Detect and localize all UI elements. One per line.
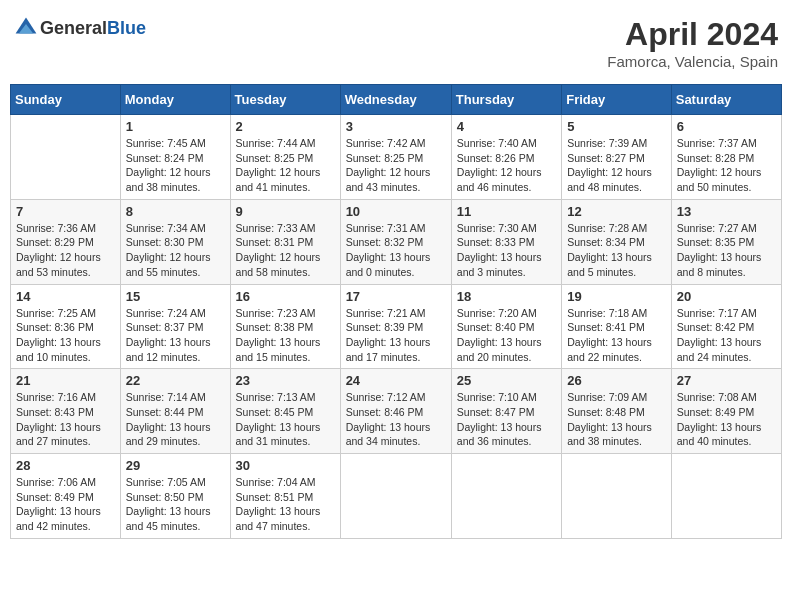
calendar-cell [451, 454, 561, 539]
day-header-row: SundayMondayTuesdayWednesdayThursdayFrid… [11, 85, 782, 115]
day-number: 25 [457, 373, 556, 388]
calendar-cell: 22Sunrise: 7:14 AM Sunset: 8:44 PM Dayli… [120, 369, 230, 454]
calendar-cell: 14Sunrise: 7:25 AM Sunset: 8:36 PM Dayli… [11, 284, 121, 369]
calendar-cell: 8Sunrise: 7:34 AM Sunset: 8:30 PM Daylig… [120, 199, 230, 284]
day-number: 6 [677, 119, 776, 134]
header-friday: Friday [562, 85, 672, 115]
calendar-cell: 29Sunrise: 7:05 AM Sunset: 8:50 PM Dayli… [120, 454, 230, 539]
logo-icon [14, 16, 38, 40]
day-number: 5 [567, 119, 666, 134]
day-info: Sunrise: 7:16 AM Sunset: 8:43 PM Dayligh… [16, 390, 115, 449]
day-info: Sunrise: 7:18 AM Sunset: 8:41 PM Dayligh… [567, 306, 666, 365]
logo: GeneralBlue [14, 16, 146, 40]
day-info: Sunrise: 7:37 AM Sunset: 8:28 PM Dayligh… [677, 136, 776, 195]
day-number: 1 [126, 119, 225, 134]
calendar-cell [671, 454, 781, 539]
calendar-cell: 12Sunrise: 7:28 AM Sunset: 8:34 PM Dayli… [562, 199, 672, 284]
header-saturday: Saturday [671, 85, 781, 115]
calendar-cell: 4Sunrise: 7:40 AM Sunset: 8:26 PM Daylig… [451, 115, 561, 200]
calendar-cell: 1Sunrise: 7:45 AM Sunset: 8:24 PM Daylig… [120, 115, 230, 200]
calendar-cell: 25Sunrise: 7:10 AM Sunset: 8:47 PM Dayli… [451, 369, 561, 454]
day-number: 27 [677, 373, 776, 388]
calendar-cell: 13Sunrise: 7:27 AM Sunset: 8:35 PM Dayli… [671, 199, 781, 284]
week-row-5: 28Sunrise: 7:06 AM Sunset: 8:49 PM Dayli… [11, 454, 782, 539]
calendar-cell [562, 454, 672, 539]
calendar-cell: 9Sunrise: 7:33 AM Sunset: 8:31 PM Daylig… [230, 199, 340, 284]
day-info: Sunrise: 7:27 AM Sunset: 8:35 PM Dayligh… [677, 221, 776, 280]
week-row-1: 1Sunrise: 7:45 AM Sunset: 8:24 PM Daylig… [11, 115, 782, 200]
day-info: Sunrise: 7:12 AM Sunset: 8:46 PM Dayligh… [346, 390, 446, 449]
week-row-2: 7Sunrise: 7:36 AM Sunset: 8:29 PM Daylig… [11, 199, 782, 284]
day-number: 16 [236, 289, 335, 304]
calendar-cell: 15Sunrise: 7:24 AM Sunset: 8:37 PM Dayli… [120, 284, 230, 369]
day-info: Sunrise: 7:31 AM Sunset: 8:32 PM Dayligh… [346, 221, 446, 280]
day-info: Sunrise: 7:06 AM Sunset: 8:49 PM Dayligh… [16, 475, 115, 534]
calendar-cell: 16Sunrise: 7:23 AM Sunset: 8:38 PM Dayli… [230, 284, 340, 369]
calendar-cell: 20Sunrise: 7:17 AM Sunset: 8:42 PM Dayli… [671, 284, 781, 369]
calendar-cell: 18Sunrise: 7:20 AM Sunset: 8:40 PM Dayli… [451, 284, 561, 369]
calendar-title: April 2024 [607, 16, 778, 53]
day-info: Sunrise: 7:05 AM Sunset: 8:50 PM Dayligh… [126, 475, 225, 534]
day-number: 9 [236, 204, 335, 219]
day-info: Sunrise: 7:28 AM Sunset: 8:34 PM Dayligh… [567, 221, 666, 280]
day-number: 18 [457, 289, 556, 304]
day-number: 23 [236, 373, 335, 388]
calendar-cell: 11Sunrise: 7:30 AM Sunset: 8:33 PM Dayli… [451, 199, 561, 284]
calendar-cell: 23Sunrise: 7:13 AM Sunset: 8:45 PM Dayli… [230, 369, 340, 454]
day-info: Sunrise: 7:08 AM Sunset: 8:49 PM Dayligh… [677, 390, 776, 449]
day-info: Sunrise: 7:20 AM Sunset: 8:40 PM Dayligh… [457, 306, 556, 365]
calendar-cell: 2Sunrise: 7:44 AM Sunset: 8:25 PM Daylig… [230, 115, 340, 200]
week-row-3: 14Sunrise: 7:25 AM Sunset: 8:36 PM Dayli… [11, 284, 782, 369]
calendar-cell: 3Sunrise: 7:42 AM Sunset: 8:25 PM Daylig… [340, 115, 451, 200]
header-monday: Monday [120, 85, 230, 115]
calendar-cell: 17Sunrise: 7:21 AM Sunset: 8:39 PM Dayli… [340, 284, 451, 369]
day-info: Sunrise: 7:13 AM Sunset: 8:45 PM Dayligh… [236, 390, 335, 449]
day-info: Sunrise: 7:44 AM Sunset: 8:25 PM Dayligh… [236, 136, 335, 195]
day-info: Sunrise: 7:24 AM Sunset: 8:37 PM Dayligh… [126, 306, 225, 365]
day-info: Sunrise: 7:14 AM Sunset: 8:44 PM Dayligh… [126, 390, 225, 449]
day-info: Sunrise: 7:21 AM Sunset: 8:39 PM Dayligh… [346, 306, 446, 365]
calendar-cell: 21Sunrise: 7:16 AM Sunset: 8:43 PM Dayli… [11, 369, 121, 454]
calendar-cell: 24Sunrise: 7:12 AM Sunset: 8:46 PM Dayli… [340, 369, 451, 454]
day-number: 7 [16, 204, 115, 219]
day-info: Sunrise: 7:34 AM Sunset: 8:30 PM Dayligh… [126, 221, 225, 280]
day-number: 26 [567, 373, 666, 388]
day-number: 14 [16, 289, 115, 304]
logo-blue: Blue [107, 18, 146, 38]
location-subtitle: Famorca, Valencia, Spain [607, 53, 778, 70]
calendar-table: SundayMondayTuesdayWednesdayThursdayFrid… [10, 84, 782, 539]
calendar-cell: 28Sunrise: 7:06 AM Sunset: 8:49 PM Dayli… [11, 454, 121, 539]
day-number: 20 [677, 289, 776, 304]
day-number: 19 [567, 289, 666, 304]
header-sunday: Sunday [11, 85, 121, 115]
day-info: Sunrise: 7:17 AM Sunset: 8:42 PM Dayligh… [677, 306, 776, 365]
calendar-cell: 19Sunrise: 7:18 AM Sunset: 8:41 PM Dayli… [562, 284, 672, 369]
day-info: Sunrise: 7:36 AM Sunset: 8:29 PM Dayligh… [16, 221, 115, 280]
logo-text: GeneralBlue [40, 18, 146, 39]
header-thursday: Thursday [451, 85, 561, 115]
day-info: Sunrise: 7:10 AM Sunset: 8:47 PM Dayligh… [457, 390, 556, 449]
day-number: 3 [346, 119, 446, 134]
calendar-cell: 30Sunrise: 7:04 AM Sunset: 8:51 PM Dayli… [230, 454, 340, 539]
day-number: 28 [16, 458, 115, 473]
day-number: 21 [16, 373, 115, 388]
day-number: 29 [126, 458, 225, 473]
day-number: 30 [236, 458, 335, 473]
calendar-cell: 6Sunrise: 7:37 AM Sunset: 8:28 PM Daylig… [671, 115, 781, 200]
calendar-cell [11, 115, 121, 200]
day-info: Sunrise: 7:45 AM Sunset: 8:24 PM Dayligh… [126, 136, 225, 195]
day-info: Sunrise: 7:30 AM Sunset: 8:33 PM Dayligh… [457, 221, 556, 280]
day-info: Sunrise: 7:25 AM Sunset: 8:36 PM Dayligh… [16, 306, 115, 365]
calendar-cell: 7Sunrise: 7:36 AM Sunset: 8:29 PM Daylig… [11, 199, 121, 284]
day-number: 13 [677, 204, 776, 219]
day-info: Sunrise: 7:33 AM Sunset: 8:31 PM Dayligh… [236, 221, 335, 280]
day-number: 12 [567, 204, 666, 219]
calendar-cell: 5Sunrise: 7:39 AM Sunset: 8:27 PM Daylig… [562, 115, 672, 200]
day-number: 15 [126, 289, 225, 304]
day-info: Sunrise: 7:23 AM Sunset: 8:38 PM Dayligh… [236, 306, 335, 365]
title-area: April 2024 Famorca, Valencia, Spain [607, 16, 778, 70]
day-number: 17 [346, 289, 446, 304]
day-info: Sunrise: 7:42 AM Sunset: 8:25 PM Dayligh… [346, 136, 446, 195]
calendar-cell: 26Sunrise: 7:09 AM Sunset: 8:48 PM Dayli… [562, 369, 672, 454]
day-number: 24 [346, 373, 446, 388]
